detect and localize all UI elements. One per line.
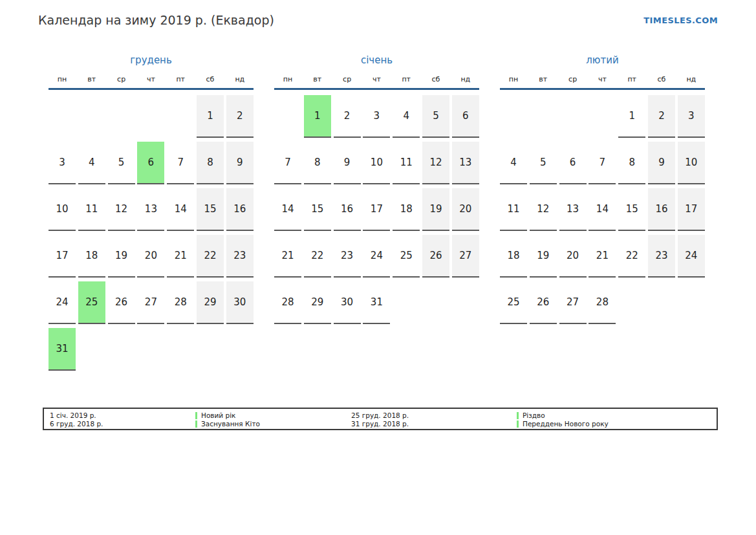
empty-cell [393, 281, 420, 324]
day-cell: 15 [304, 188, 331, 231]
day-cell: 13 [559, 188, 587, 231]
day-cell: 2 [226, 95, 254, 138]
month-title: січень [274, 54, 479, 67]
day-cell: 20 [452, 188, 479, 231]
day-cell: 10 [49, 188, 76, 231]
day-cell: 16 [648, 188, 675, 231]
weekday-header-row: пнвтсрчтптсбнд [49, 75, 254, 90]
day-cell: 17 [363, 188, 390, 231]
legend-dates-column-2: 25 груд. 2018 р. 31 груд. 2018 р. [351, 411, 409, 428]
day-cell: 6 [137, 142, 164, 184]
day-cell: 18 [78, 235, 105, 278]
holiday-marker-icon [517, 420, 519, 428]
day-cell: 30 [226, 281, 254, 324]
legend-dates-column-1: 1 січ. 2019 р. 6 груд. 2018 р. [50, 411, 103, 428]
weekday-label: пн [500, 75, 527, 83]
weekday-header-row: пнвтсрчтптсбнд [274, 75, 479, 90]
calendars-row: груденьпнвтсрчтптсбнд1234567891011121314… [49, 54, 705, 371]
month-calendar-1: груденьпнвтсрчтптсбнд1234567891011121314… [49, 54, 254, 371]
month-grid: 1234567891011121314151617181920212223242… [500, 95, 705, 324]
day-cell: 11 [500, 188, 527, 231]
weekday-header-row: пнвтсрчтптсбнд [500, 75, 705, 90]
weekday-label: вт [304, 75, 331, 83]
day-cell: 1 [197, 95, 224, 138]
weekday-label: пн [274, 75, 301, 83]
day-cell: 28 [167, 281, 194, 324]
day-cell: 12 [422, 142, 449, 184]
day-cell: 8 [618, 142, 645, 184]
day-cell: 14 [167, 188, 194, 231]
empty-cell [167, 328, 194, 371]
month-grid: 1234567891011121314151617181920212223242… [274, 95, 479, 324]
day-cell: 19 [422, 188, 449, 231]
legend-date: 31 груд. 2018 р. [351, 420, 409, 428]
day-cell: 14 [274, 188, 301, 231]
month-grid: 1234567891011121314151617181920212223242… [49, 95, 254, 371]
weekday-label: ср [108, 75, 135, 83]
day-cell: 21 [589, 235, 616, 278]
empty-cell [226, 328, 254, 371]
day-cell: 27 [452, 235, 479, 278]
brand-link[interactable]: TIMESLES.COM [643, 16, 718, 25]
day-cell: 21 [167, 235, 194, 278]
day-cell: 22 [618, 235, 645, 278]
day-cell: 5 [422, 95, 449, 138]
day-cell: 3 [678, 95, 705, 138]
weekday-label: пн [49, 75, 76, 83]
day-cell: 7 [589, 142, 616, 184]
day-cell: 8 [304, 142, 331, 184]
weekday-label: ср [334, 75, 361, 83]
day-cell: 4 [500, 142, 527, 184]
weekday-label: сб [648, 75, 675, 83]
day-cell: 4 [78, 142, 105, 184]
legend-holiday-name: Заснування Кіто [201, 420, 260, 428]
empty-cell [530, 95, 557, 138]
day-cell: 31 [49, 328, 76, 371]
empty-cell [197, 328, 224, 371]
weekday-label: нд [678, 75, 705, 83]
holidays-legend: 1 січ. 2019 р. 6 груд. 2018 р. Новий рік… [43, 408, 718, 430]
day-cell: 22 [304, 235, 331, 278]
day-cell: 15 [618, 188, 645, 231]
day-cell: 11 [393, 142, 420, 184]
day-cell: 24 [678, 235, 705, 278]
day-cell: 26 [422, 235, 449, 278]
day-cell: 4 [393, 95, 420, 138]
month-title: грудень [49, 54, 254, 67]
day-cell: 28 [589, 281, 616, 324]
day-cell: 7 [274, 142, 301, 184]
empty-cell [589, 95, 616, 138]
weekday-label: нд [226, 75, 254, 83]
holiday-marker-icon [195, 420, 197, 428]
day-cell: 31 [363, 281, 390, 324]
day-cell: 19 [530, 235, 557, 278]
weekday-label: сб [422, 75, 449, 83]
month-calendar-2: січеньпнвтсрчтптсбнд12345678910111213141… [274, 54, 479, 371]
day-cell: 5 [530, 142, 557, 184]
weekday-label: чт [137, 75, 164, 83]
day-cell: 24 [49, 281, 76, 324]
day-cell: 26 [108, 281, 135, 324]
day-cell: 16 [334, 188, 361, 231]
day-cell: 19 [108, 235, 135, 278]
day-cell: 20 [137, 235, 164, 278]
legend-date: 6 груд. 2018 р. [50, 420, 103, 428]
day-cell: 24 [363, 235, 390, 278]
empty-cell [137, 328, 164, 371]
day-cell: 2 [648, 95, 675, 138]
day-cell: 9 [334, 142, 361, 184]
empty-cell [137, 95, 164, 138]
month-calendar-3: лютийпнвтсрчтптсбнд123456789101112131415… [500, 54, 705, 371]
holiday-marker-icon [195, 412, 197, 419]
empty-cell [78, 95, 105, 138]
holiday-marker-icon [517, 412, 519, 419]
day-cell: 6 [559, 142, 587, 184]
weekday-label: нд [452, 75, 479, 83]
day-cell: 11 [78, 188, 105, 231]
day-cell: 13 [452, 142, 479, 184]
day-cell: 22 [197, 235, 224, 278]
empty-cell [78, 328, 105, 371]
empty-cell [648, 281, 675, 324]
day-cell: 23 [226, 235, 254, 278]
day-cell: 1 [618, 95, 645, 138]
